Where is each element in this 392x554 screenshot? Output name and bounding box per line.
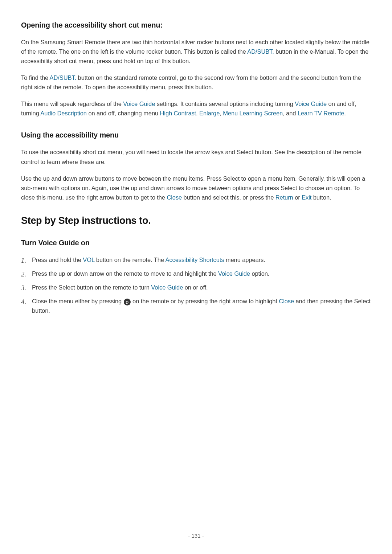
- list-item: 2. Press the up or down arrow on the rem…: [32, 269, 371, 278]
- paragraph: To use the accessibility short cut menu,…: [21, 147, 371, 166]
- steps-list: 1. Press and hold the VOL button on the …: [21, 255, 371, 315]
- text: .: [344, 110, 346, 116]
- return-icon: [124, 299, 131, 305]
- heading-using: Using the accessibility menu: [21, 131, 371, 139]
- text: option.: [250, 270, 269, 277]
- text: button and select this, or press the: [182, 194, 275, 201]
- list-item: 1. Press and hold the VOL button on the …: [32, 255, 371, 264]
- text: or: [293, 194, 302, 201]
- paragraph: To find the AD/SUBT. button on the stand…: [21, 73, 371, 92]
- link-return[interactable]: Return: [275, 194, 293, 201]
- section-using-menu: Using the accessibility menu To use the …: [21, 131, 371, 202]
- paragraph: Use the up and down arrow buttons to mov…: [21, 174, 371, 202]
- text: This menu will speak regardless of the: [21, 100, 123, 107]
- link-high-contrast[interactable]: High Contrast: [160, 110, 196, 116]
- text: settings. It contains several options in…: [155, 100, 295, 107]
- text: Press the Select button on the remote to…: [32, 284, 151, 291]
- text: on and off, changing menu: [87, 110, 160, 116]
- heading-step-by-step: Step by Step instructions to.: [21, 215, 371, 226]
- text: To find the: [21, 74, 50, 81]
- link-learn-tv-remote[interactable]: Learn TV Remote: [298, 110, 344, 116]
- link-enlarge[interactable]: Enlarge: [199, 110, 220, 116]
- link-voice-guide[interactable]: Voice Guide: [295, 100, 327, 107]
- link-vol[interactable]: VOL: [83, 257, 94, 263]
- list-item: 3. Press the Select button on the remote…: [32, 283, 371, 292]
- text: ,: [220, 110, 223, 116]
- text: Press and hold the: [32, 257, 83, 263]
- link-audio-description[interactable]: Audio Description: [40, 110, 87, 116]
- text: on the remote or by pressing the right a…: [131, 298, 279, 304]
- section-opening-shortcut: Opening the accessibility short cut menu…: [21, 21, 371, 118]
- link-voice-guide[interactable]: Voice Guide: [151, 284, 183, 291]
- link-close[interactable]: Close: [167, 194, 182, 201]
- text: Press the up or down arrow on the remote…: [32, 270, 218, 277]
- paragraph: On the Samsung Smart Remote there are tw…: [21, 37, 371, 66]
- heading-turn-voice-guide: Turn Voice Guide on: [21, 239, 371, 247]
- link-menu-learning-screen[interactable]: Menu Learning Screen: [223, 110, 283, 116]
- page-number: - 131 -: [0, 533, 392, 539]
- step-number: 3.: [21, 283, 29, 294]
- link-ad-subt[interactable]: AD/SUBT.: [50, 74, 76, 81]
- heading-opening: Opening the accessibility short cut menu…: [21, 21, 371, 29]
- text: button.: [311, 194, 331, 201]
- text: ,: [196, 110, 199, 116]
- text: on or off.: [183, 284, 208, 291]
- step-number: 4.: [21, 296, 29, 307]
- section-step-by-step: Step by Step instructions to. Turn Voice…: [21, 215, 371, 315]
- link-exit[interactable]: Exit: [302, 194, 311, 201]
- paragraph: This menu will speak regardless of the V…: [21, 99, 371, 118]
- link-close[interactable]: Close: [279, 298, 294, 304]
- link-voice-guide[interactable]: Voice Guide: [218, 270, 250, 277]
- text: Close the menu either by pressing: [32, 298, 123, 304]
- text: menu appears.: [224, 257, 265, 263]
- list-item: 4. Close the menu either by pressing on …: [32, 296, 371, 315]
- link-ad-subt[interactable]: AD/SUBT.: [247, 48, 274, 55]
- text: button on the remote. The: [94, 257, 165, 263]
- step-number: 2.: [21, 269, 29, 280]
- text: , and: [283, 110, 298, 116]
- link-voice-guide[interactable]: Voice Guide: [123, 100, 155, 107]
- link-accessibility-shortcuts[interactable]: Accessibility Shortcuts: [166, 257, 224, 263]
- step-number: 1.: [21, 255, 29, 266]
